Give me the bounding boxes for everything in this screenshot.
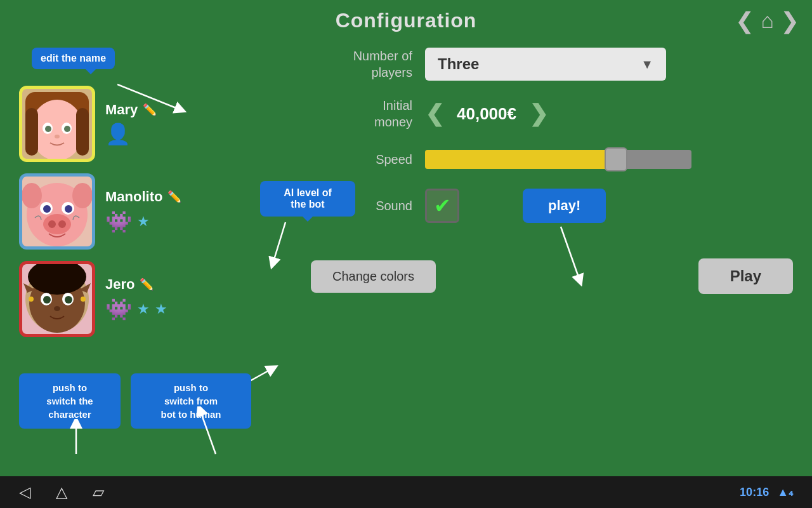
player-info-manolito: Manolito ✏️ 👾 ★ xyxy=(105,189,181,234)
svg-point-3 xyxy=(30,100,84,159)
push-switch-char-tooltip: push to switch the character xyxy=(19,373,121,429)
num-players-row: Number of players Three ▼ xyxy=(311,48,793,81)
svg-point-30 xyxy=(43,296,51,304)
speed-slider[interactable] xyxy=(425,147,691,172)
player-name-manolito: Manolito ✏️ xyxy=(105,189,181,205)
edit-name-tooltip: edit the name xyxy=(32,48,115,69)
bot-icon-jero[interactable]: 👾 xyxy=(105,297,132,322)
svg-point-12 xyxy=(22,183,42,208)
player-info-jero: Jero ✏️ 👾 ★ ★ xyxy=(105,276,167,322)
human-icon-mary: 👤 xyxy=(105,122,131,146)
play-exclaim-area: play! xyxy=(523,189,606,223)
avatar-mary[interactable] xyxy=(19,86,95,162)
back-icon[interactable]: ◁ xyxy=(19,483,30,501)
money-increase-btn[interactable]: ❯ xyxy=(529,100,548,127)
svg-point-13 xyxy=(72,183,92,208)
star-jero-1: ★ xyxy=(137,301,150,318)
edit-mary-icon[interactable]: ✏️ xyxy=(143,103,157,117)
svg-rect-4 xyxy=(25,108,38,156)
home-icon[interactable]: ⌂ xyxy=(761,8,774,33)
play-exclaim-button[interactable]: play! xyxy=(523,189,606,223)
initial-money-label: Initial money xyxy=(311,97,412,130)
player-row-manolito: Manolito ✏️ 👾 ★ xyxy=(19,173,285,250)
player-info-mary: Mary ✏️ 👤 xyxy=(105,102,157,146)
edit-jero-icon[interactable]: ✏️ xyxy=(140,277,154,291)
bottom-nav: ◁ △ ▱ 10:16 ▲₄ xyxy=(0,476,812,508)
svg-point-31 xyxy=(65,296,72,304)
page-title: Configuration xyxy=(336,9,477,32)
player-name-mary: Mary ✏️ xyxy=(105,102,157,118)
bot-icon-manolito[interactable]: 👾 xyxy=(105,209,132,234)
svg-point-9 xyxy=(64,126,70,132)
bottom-nav-icons: ◁ △ ▱ xyxy=(19,483,104,501)
svg-point-32 xyxy=(54,306,60,311)
num-players-dropdown[interactable]: Three ▼ xyxy=(425,48,666,81)
time-display: 10:16 xyxy=(740,486,769,498)
bottom-tooltip-row: push to switch the character push to swi… xyxy=(19,373,285,429)
players-section: edit the name xyxy=(19,41,285,467)
sound-checkbox[interactable]: ✔ xyxy=(425,189,459,223)
avatar-jero[interactable] xyxy=(19,261,95,337)
nav-icons: ❮ ⌂ ❯ xyxy=(735,8,799,34)
svg-point-34 xyxy=(81,297,86,302)
speed-row: Speed xyxy=(311,147,793,172)
initial-money-row: Initial money ❮ 40,000€ ❯ xyxy=(311,97,793,130)
svg-point-16 xyxy=(43,205,51,213)
bottom-buttons: Change colors Play xyxy=(311,258,793,294)
player-row-mary: Mary ✏️ 👤 xyxy=(19,86,285,162)
svg-point-10 xyxy=(55,135,60,138)
mary-type-row: 👤 xyxy=(105,122,157,146)
svg-rect-5 xyxy=(76,108,89,156)
bottom-status: 10:16 ▲₄ xyxy=(740,485,793,499)
slider-thumb[interactable] xyxy=(605,147,627,171)
dropdown-arrow-icon: ▼ xyxy=(641,57,653,72)
manolito-bot-row: 👾 ★ xyxy=(105,209,181,234)
star-manolito-1: ★ xyxy=(137,213,150,230)
player-name-jero: Jero ✏️ xyxy=(105,276,167,293)
svg-point-20 xyxy=(58,220,66,228)
svg-point-19 xyxy=(48,220,56,228)
star-jero-2: ★ xyxy=(155,301,167,318)
play-final-button[interactable]: Play xyxy=(698,258,793,294)
speed-label: Speed xyxy=(311,151,412,168)
svg-point-18 xyxy=(43,214,71,234)
prev-icon[interactable]: ❮ xyxy=(735,8,754,34)
svg-point-17 xyxy=(65,205,72,213)
checkmark-icon: ✔ xyxy=(434,194,451,218)
sound-row: Sound ✔ play! xyxy=(311,189,793,223)
avatar-manolito[interactable] xyxy=(19,173,95,250)
signal-icon: ▲₄ xyxy=(777,486,793,498)
money-decrease-btn[interactable]: ❮ xyxy=(425,100,444,127)
num-players-value: Three xyxy=(438,55,479,73)
money-value: 40,000€ xyxy=(457,104,516,124)
next-icon[interactable]: ❯ xyxy=(780,8,799,34)
ai-level-tooltip: AI level ofthe bot xyxy=(260,181,355,217)
money-control: ❮ 40,000€ ❯ xyxy=(425,100,548,127)
config-section: Number of players Three ▼ Initial money … xyxy=(311,41,793,467)
player-row-jero: Jero ✏️ 👾 ★ ★ xyxy=(19,261,285,337)
svg-point-8 xyxy=(45,126,51,132)
change-colors-button[interactable]: Change colors xyxy=(311,260,436,293)
push-switch-bot-tooltip: push to switch from bot to human xyxy=(131,373,251,429)
home-nav-icon[interactable]: △ xyxy=(56,483,67,501)
jero-bot-row: 👾 ★ ★ xyxy=(105,297,167,322)
num-players-label: Number of players xyxy=(311,48,412,81)
recents-icon[interactable]: ▱ xyxy=(93,483,104,501)
edit-manolito-icon[interactable]: ✏️ xyxy=(167,190,181,204)
svg-point-33 xyxy=(29,297,34,302)
slider-track xyxy=(425,150,691,169)
